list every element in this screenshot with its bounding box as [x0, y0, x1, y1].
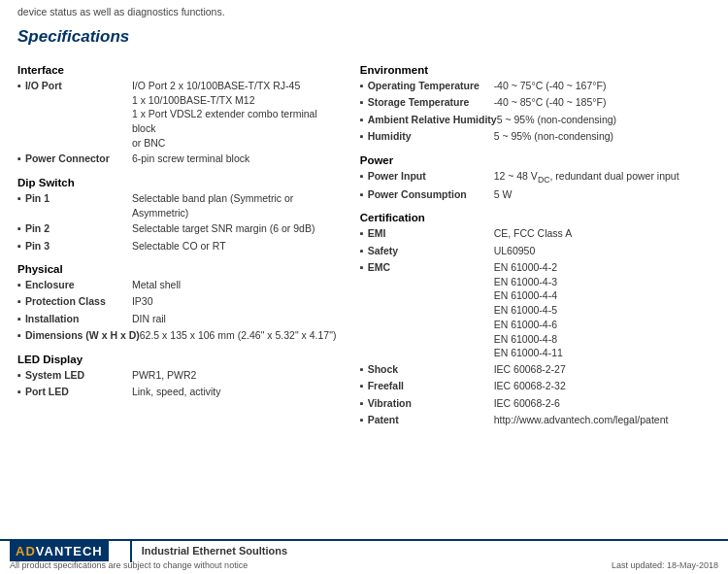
value-vibration: IEC 60068-2-6 [494, 396, 560, 411]
spec-patent: ▪ Patent http://www.advantech.com/legal/… [360, 413, 711, 427]
spec-enclosure: ▪ Enclosure Metal shell [17, 278, 341, 292]
spec-installation: ▪ Installation DIN rail [17, 312, 341, 326]
label-system-led: System LED [25, 368, 132, 383]
value-port-led: Link, speed, activity [132, 385, 221, 399]
bullet: ▪ [17, 278, 21, 292]
label-ambient-humidity: Ambient Relative Humidity [368, 113, 497, 127]
value-safety: UL60950 [494, 244, 536, 258]
spec-protection-class: ▪ Protection Class IP30 [17, 294, 341, 309]
bullet: ▪ [17, 294, 21, 309]
logo-vantech-text: VANTECH [36, 544, 103, 558]
value-enclosure: Metal shell [132, 278, 181, 292]
label-pin3: Pin 3 [25, 239, 132, 253]
value-pin1: Selectable band plan (Symmetric or Asymm… [132, 191, 341, 219]
spec-power-connector: ▪ Power Connector 6-pin screw terminal b… [17, 152, 341, 166]
label-enclosure: Enclosure [25, 278, 132, 292]
label-power-input: Power Input [368, 169, 494, 184]
bullet: ▪ [17, 385, 21, 399]
section-power: Power [360, 154, 711, 166]
value-system-led: PWR1, PWR2 [132, 368, 197, 383]
bullet: ▪ [360, 379, 364, 393]
label-humidity: Humidity [368, 129, 494, 144]
value-emi: CE, FCC Class A [494, 226, 573, 241]
bullet: ▪ [360, 244, 364, 258]
label-storage-temp: Storage Temperature [368, 95, 494, 110]
section-environment: Environment [360, 64, 711, 76]
bullet: ▪ [17, 221, 21, 236]
two-column-layout: Interface ▪ I/O Port I/O Port 2 x 10/100… [17, 54, 711, 429]
section-dip-switch: Dip Switch [17, 177, 341, 188]
bullet: ▪ [17, 368, 21, 383]
spec-power-consumption: ▪ Power Consumption 5 W [360, 187, 711, 202]
bullet: ▪ [17, 312, 21, 326]
spec-port-led: ▪ Port LED Link, speed, activity [17, 385, 341, 399]
logo-ad-text: AD [16, 544, 36, 558]
specs-container: Specifications Interface ▪ I/O Port I/O … [0, 25, 728, 439]
spec-emc: ▪ EMC EN 61000-4-2 EN 61000-4-3 EN 61000… [360, 260, 711, 360]
bullet: ▪ [17, 152, 21, 166]
bullet: ▪ [360, 362, 364, 377]
label-freefall: Freefall [368, 379, 494, 393]
value-power-input: 12 ~ 48 VDC, redundant dual power input [494, 169, 679, 186]
label-vibration: Vibration [368, 396, 494, 411]
label-emi: EMI [368, 226, 494, 241]
value-pin3: Selectable CO or RT [132, 239, 226, 253]
value-ambient-humidity: 5 ~ 95% (non-condensing) [497, 113, 616, 127]
bullet: ▪ [360, 260, 364, 275]
bullet: ▪ [360, 95, 364, 110]
bullet: ▪ [17, 191, 21, 206]
label-patent: Patent [368, 413, 494, 427]
label-power-consumption: Power Consumption [368, 187, 494, 202]
bullet: ▪ [17, 239, 21, 253]
bullet: ▪ [360, 396, 364, 411]
spec-vibration: ▪ Vibration IEC 60068-2-6 [360, 396, 711, 411]
value-pin2: Selectable target SNR margin (6 or 9dB) [132, 221, 315, 236]
label-port-led: Port LED [25, 385, 132, 399]
value-protection-class: IP30 [132, 294, 153, 309]
footer-logo: ADVANTECH [10, 541, 109, 561]
specs-title: Specifications [17, 27, 711, 47]
bullet: ▪ [360, 129, 364, 144]
bullet: ▪ [360, 169, 364, 184]
spec-pin1: ▪ Pin 1 Selectable band plan (Symmetric … [17, 191, 341, 219]
footer-divider [130, 539, 132, 562]
label-protection-class: Protection Class [25, 294, 132, 309]
spec-humidity: ▪ Humidity 5 ~ 95% (non-condensing) [360, 129, 711, 144]
footer: ADVANTECH Industrial Ethernet Soultions … [0, 539, 728, 574]
bullet: ▪ [360, 187, 364, 202]
bullet: ▪ [17, 79, 21, 93]
bullet: ▪ [360, 226, 364, 241]
label-io-port: I/O Port [25, 79, 132, 93]
spec-system-led: ▪ System LED PWR1, PWR2 [17, 368, 341, 383]
spec-emi: ▪ EMI CE, FCC Class A [360, 226, 711, 241]
spec-safety: ▪ Safety UL60950 [360, 244, 711, 258]
spec-dimensions: ▪ Dimensions (W x H x D) 62.5 x 135 x 10… [17, 328, 341, 343]
value-power-connector: 6-pin screw terminal block [132, 152, 249, 166]
footer-notice: All product specifications are subject t… [10, 560, 248, 570]
value-operating-temp: -40 ~ 75°C (-40 ~ 167°F) [494, 79, 607, 93]
value-freefall: IEC 60068-2-32 [494, 379, 566, 393]
label-installation: Installation [25, 312, 132, 326]
value-installation: DIN rail [132, 312, 166, 326]
spec-ambient-humidity: ▪ Ambient Relative Humidity 5 ~ 95% (non… [360, 113, 711, 127]
section-interface: Interface [17, 64, 341, 76]
value-storage-temp: -40 ~ 85°C (-40 ~ 185°F) [494, 95, 607, 110]
label-pin2: Pin 2 [25, 221, 132, 236]
spec-operating-temp: ▪ Operating Temperature -40 ~ 75°C (-40 … [360, 79, 711, 93]
spec-shock: ▪ Shock IEC 60068-2-27 [360, 362, 711, 377]
value-shock: IEC 60068-2-27 [494, 362, 566, 377]
bullet: ▪ [17, 328, 21, 343]
spec-freefall: ▪ Freefall IEC 60068-2-32 [360, 379, 711, 393]
section-certification: Certification [360, 212, 711, 223]
value-io-port: I/O Port 2 x 10/100BASE-T/TX RJ-45 1 x 1… [132, 79, 341, 150]
spec-pin2: ▪ Pin 2 Selectable target SNR margin (6 … [17, 221, 341, 236]
label-safety: Safety [368, 244, 494, 258]
bullet: ▪ [360, 413, 364, 427]
value-emc: EN 61000-4-2 EN 61000-4-3 EN 61000-4-4 E… [494, 260, 563, 360]
spec-power-input: ▪ Power Input 12 ~ 48 VDC, redundant dua… [360, 169, 711, 186]
label-operating-temp: Operating Temperature [368, 79, 494, 93]
bullet: ▪ [360, 113, 364, 127]
value-humidity: 5 ~ 95% (non-condensing) [494, 129, 613, 144]
logo-box: ADVANTECH [10, 541, 109, 561]
footer-date: Last updated: 18-May-2018 [612, 560, 718, 570]
